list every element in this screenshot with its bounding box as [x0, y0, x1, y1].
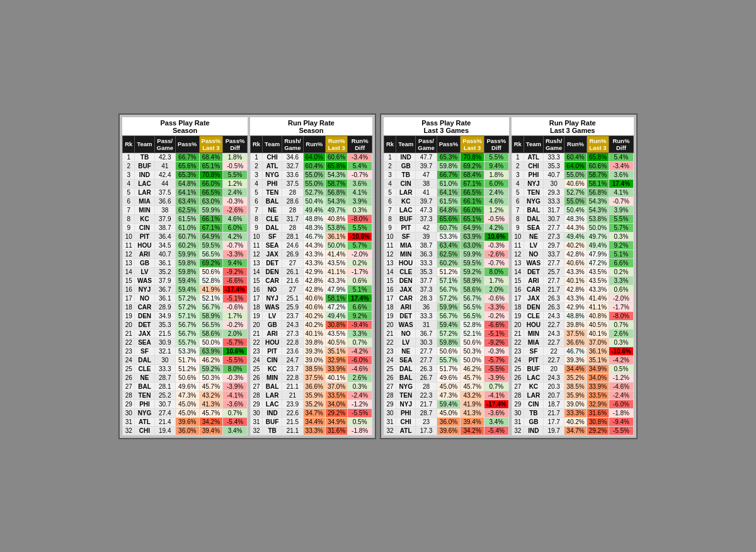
table-subtitle: Last 3 Games — [384, 127, 509, 135]
cell-r17-c5: 6.6% — [348, 302, 372, 311]
table-row: 29LAC23.935.2%34.0%-1.2% — [250, 400, 372, 408]
cell-r8-c4: 67.1% — [199, 223, 223, 232]
cell-r11-c1: JAX — [263, 250, 282, 258]
table-row: 19DET33.356.7%56.5%-0.2% — [384, 311, 509, 320]
cell-r24-c2: 23.7 — [282, 364, 303, 373]
cell-r4-c0: 5 — [512, 188, 524, 197]
cell-r31-c0: 32 — [512, 426, 524, 435]
cell-r23-c4: 35.1% — [587, 355, 609, 364]
cell-r9-c3: 53.3% — [437, 232, 461, 241]
cell-r26-c2: 20.3 — [543, 382, 564, 391]
cell-r8-c2: 42 — [416, 223, 437, 232]
cell-r30-c0: 31 — [512, 417, 524, 426]
cell-r11-c1: MIN — [396, 250, 416, 258]
table-row: 24SEA27.755.7%50.0%-5.7% — [384, 355, 509, 364]
cell-r19-c2: 35.3 — [154, 320, 175, 329]
cell-r19-c1: GB — [263, 320, 282, 329]
cell-r27-c1: LAR — [524, 391, 543, 400]
cell-r11-c3: 43.3% — [303, 250, 325, 258]
cell-r22-c1: NE — [396, 347, 416, 355]
cell-r15-c4: 58.6% — [461, 285, 484, 294]
table-row: 5TEN29.352.7%56.8%4.1% — [512, 188, 633, 197]
cell-r30-c3: 40.2% — [564, 417, 587, 426]
cell-r4-c0: 5 — [250, 188, 262, 197]
cell-r20-c1: MIN — [524, 329, 543, 338]
cell-r23-c0: 24 — [384, 355, 396, 364]
cell-r30-c2: 21.5 — [282, 417, 303, 426]
cell-r19-c4: 40.5% — [587, 320, 609, 329]
cell-r26-c0: 27 — [512, 382, 524, 391]
cell-r29-c3: 45.0% — [437, 408, 461, 417]
cell-r27-c3: 35.9% — [303, 391, 325, 400]
table-row: 2BUF4165.6%65.1%-0.5% — [123, 161, 248, 170]
cell-r3-c5: 3.6% — [348, 179, 372, 188]
cell-r21-c4: 50.6% — [461, 338, 484, 347]
cell-r19-c0: 20 — [123, 320, 135, 329]
cell-r14-c3: 42.8% — [303, 276, 325, 285]
cell-r6-c0: 7 — [384, 205, 396, 214]
cell-r8-c5: 5.7% — [609, 223, 634, 232]
table-title: Run Play Rate — [250, 117, 372, 127]
cell-r3-c2: 37.5 — [282, 179, 303, 188]
cell-r21-c0: 22 — [250, 338, 262, 347]
cell-r20-c1: ARI — [263, 329, 282, 338]
cell-r6-c0: 7 — [250, 205, 262, 214]
cell-r9-c2: 36.4 — [154, 232, 175, 241]
cell-r14-c3: 40.1% — [564, 276, 587, 285]
cell-r26-c3: 36.6% — [303, 382, 325, 391]
cell-r18-c0: 19 — [384, 311, 396, 320]
cell-r23-c3: 51.7% — [175, 355, 199, 364]
cell-r8-c1: SEA — [524, 223, 543, 232]
cell-r19-c3: 59.4% — [437, 320, 461, 329]
cell-r0-c1: TB — [135, 152, 154, 161]
cell-r23-c5: -5.7% — [484, 355, 508, 364]
cell-r3-c5: 17.4% — [609, 179, 634, 188]
table-row: 12ARI40.759.9%56.5%-3.3% — [123, 250, 248, 258]
table-row: 9DAL2848.3%53.8%5.5% — [250, 223, 372, 232]
cell-r9-c1: PIT — [135, 232, 154, 241]
cell-r30-c4: 39.4% — [461, 417, 484, 426]
cell-r31-c2: 17.3 — [416, 426, 437, 435]
cell-r24-c2: 20 — [543, 364, 564, 373]
cell-r20-c1: JAX — [135, 329, 154, 338]
cell-r18-c2: 24.3 — [543, 311, 564, 320]
cell-r18-c0: 19 — [250, 311, 262, 320]
cell-r20-c4: 52.1% — [461, 329, 484, 338]
cell-r3-c5: 1.2% — [223, 179, 248, 188]
cell-r16-c5: -0.6% — [484, 294, 508, 302]
table-row: 20DET35.356.7%56.5%-0.2% — [123, 320, 248, 329]
cell-r12-c4: 59.5% — [461, 258, 484, 267]
cell-r1-c2: 32.7 — [282, 161, 303, 170]
table-row: 18CAR28.957.2%56.7%-0.6% — [123, 302, 248, 311]
cell-r11-c5: -3.3% — [223, 250, 248, 258]
cell-r2-c1: TB — [396, 170, 416, 179]
cell-r15-c4: 47.9% — [325, 285, 347, 294]
cell-r2-c0: 3 — [384, 170, 396, 179]
cell-r8-c0: 9 — [123, 223, 135, 232]
cell-r21-c3: 36.6% — [564, 338, 587, 347]
table-row: 16JAX37.356.7%58.6%2.0% — [384, 285, 509, 294]
cell-r13-c4: 59.2% — [461, 267, 484, 276]
cell-r1-c4: 69.2% — [461, 161, 484, 170]
column-header-4: Run% Last 3 — [325, 135, 347, 152]
table-row: 27NYG2845.0%45.7%0.7% — [384, 382, 509, 391]
cell-r21-c2: 22.8 — [282, 338, 303, 347]
cell-r10-c1: SEA — [263, 241, 282, 250]
cell-r23-c4: 46.2% — [199, 355, 223, 364]
cell-r6-c2: 47.3 — [416, 205, 437, 214]
cell-r26-c5: -3.9% — [223, 382, 248, 391]
cell-r14-c1: WAS — [135, 276, 154, 285]
cell-r13-c1: DET — [524, 267, 543, 276]
cell-r23-c1: PIT — [524, 355, 543, 364]
cell-r27-c1: TEN — [396, 391, 416, 400]
cell-r17-c4: 47.2% — [325, 302, 347, 311]
cell-r5-c4: 63.0% — [199, 197, 223, 205]
cell-r13-c0: 14 — [384, 267, 396, 276]
table-row: 32ATL17.339.6%34.2%-5.4% — [384, 426, 509, 435]
table-row: 24CIN24.739.0%32.9%-6.0% — [250, 355, 372, 364]
cell-r11-c0: 12 — [512, 250, 524, 258]
table-row: 14LV35.259.8%50.6%-9.2% — [123, 267, 248, 276]
cell-r2-c0: 3 — [123, 170, 135, 179]
table-row: 28TEN22.347.3%43.2%-4.1% — [384, 391, 509, 400]
cell-r20-c0: 21 — [123, 329, 135, 338]
